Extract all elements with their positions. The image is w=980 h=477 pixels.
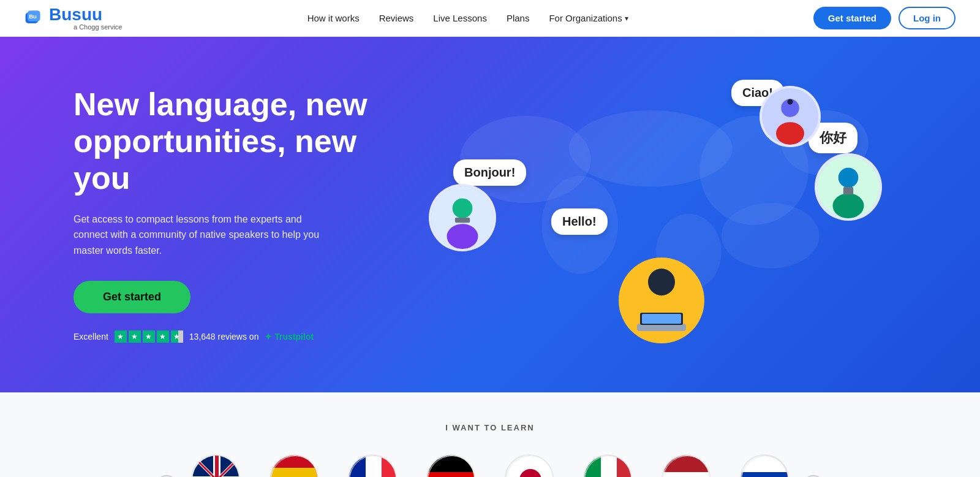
star-3: ★ (143, 330, 155, 343)
trustpilot-reviews: 13,648 reviews on (189, 332, 259, 342)
navbar: Bu Busuu a Chogg service How it works Re… (0, 0, 980, 37)
svg-rect-39 (271, 456, 318, 468)
svg-rect-57 (601, 456, 617, 477)
flag-russian (740, 454, 789, 477)
language-german[interactable]: German (426, 454, 475, 477)
nav-buttons: Get started Log in (813, 7, 956, 29)
languages-list: English Spanish (191, 454, 789, 477)
svg-rect-38 (271, 468, 318, 477)
learn-section-title: I WANT TO LEARN (0, 423, 980, 432)
learn-section: I WANT TO LEARN ‹ (0, 392, 980, 477)
nav-links: How it works Reviews Live Lessons Plans … (307, 13, 628, 23)
avatar-top-right (760, 86, 821, 147)
svg-point-9 (722, 203, 820, 269)
hero-illustration: Ciao! Bonjour! Hello! 你好 (417, 74, 907, 356)
hero-title: New language, new opportunities, new you (74, 86, 417, 196)
flag-spanish (270, 454, 318, 477)
brand-tagline: a Chogg service (74, 23, 123, 31)
languages-row: ‹ (0, 454, 980, 477)
svg-rect-48 (428, 456, 475, 472)
svg-point-15 (453, 198, 473, 218)
hero-section: New language, new opportunities, new you… (0, 37, 980, 392)
svg-rect-61 (663, 456, 710, 472)
trustpilot-rating: Excellent (74, 332, 108, 342)
svg-rect-66 (741, 456, 789, 472)
hero-get-started-button[interactable]: Get started (74, 281, 190, 313)
svg-rect-17 (455, 218, 470, 223)
hero-description: Get access to compact lessons from the e… (74, 212, 331, 259)
avatar-right (815, 153, 882, 221)
person-avatar-1 (762, 88, 818, 145)
trustpilot-row: Excellent ★ ★ ★ ★ ★ 13,648 reviews on ✦ … (74, 330, 417, 343)
hero-content: New language, new opportunities, new you… (74, 86, 417, 342)
speech-bubble-bonjour: Bonjour! (453, 159, 526, 186)
svg-rect-56 (584, 456, 601, 477)
language-italian[interactable]: Italian (583, 454, 632, 477)
language-spanish[interactable]: Spanish (270, 454, 318, 477)
brand-name: Busuu (49, 5, 102, 24)
person-laptop (619, 258, 704, 343)
svg-point-20 (833, 193, 864, 218)
star-5: ★ (171, 330, 183, 343)
person-avatar-3 (817, 156, 880, 218)
svg-rect-49 (428, 472, 475, 477)
flag-french (348, 454, 397, 477)
busuu-logo-icon: Bu (24, 9, 44, 28)
svg-point-16 (447, 224, 478, 249)
svg-rect-67 (741, 472, 789, 477)
svg-rect-45 (382, 456, 397, 477)
nav-get-started-button[interactable]: Get started (813, 7, 891, 29)
flag-english (191, 454, 240, 477)
flag-dutch (662, 454, 710, 477)
trustpilot-stars: ★ ★ ★ ★ ★ (115, 330, 183, 343)
logo[interactable]: Bu Busuu a Chogg service (24, 6, 123, 31)
avatar-left (429, 184, 496, 251)
svg-rect-58 (617, 456, 632, 477)
nav-for-organizations[interactable]: For Organizations ▾ (549, 13, 628, 23)
star-4: ★ (157, 330, 169, 343)
flag-german (426, 454, 475, 477)
language-dutch[interactable]: Dutch (662, 454, 710, 477)
chevron-down-icon: ▾ (625, 14, 628, 23)
star-2: ★ (129, 330, 141, 343)
svg-point-12 (776, 122, 804, 145)
language-russian[interactable]: Russian (740, 454, 789, 477)
svg-rect-62 (663, 472, 710, 477)
svg-text:Bu: Bu (29, 13, 37, 20)
language-french[interactable]: French (348, 454, 397, 477)
star-1: ★ (115, 330, 127, 343)
svg-rect-43 (349, 456, 366, 477)
svg-rect-26 (642, 314, 681, 324)
svg-point-13 (787, 99, 793, 104)
nav-reviews[interactable]: Reviews (379, 13, 414, 23)
avatar-center-person (619, 258, 704, 343)
flag-italian (583, 454, 632, 477)
nav-plans[interactable]: Plans (507, 13, 530, 23)
flag-japanese (505, 454, 554, 477)
svg-rect-21 (843, 187, 853, 194)
nav-live-lessons[interactable]: Live Lessons (433, 13, 487, 23)
speech-bubble-hello: Hello! (551, 208, 608, 235)
language-japanese[interactable]: Japanese (505, 454, 554, 477)
language-english[interactable]: English (191, 454, 240, 477)
person-avatar-2 (431, 186, 494, 249)
nav-how-it-works[interactable]: How it works (307, 13, 360, 23)
svg-point-22 (648, 269, 675, 296)
svg-rect-44 (366, 456, 382, 477)
svg-point-19 (839, 167, 859, 188)
nav-login-button[interactable]: Log in (899, 7, 956, 29)
trustpilot-logo: ✦ Trustpilot (265, 332, 314, 342)
